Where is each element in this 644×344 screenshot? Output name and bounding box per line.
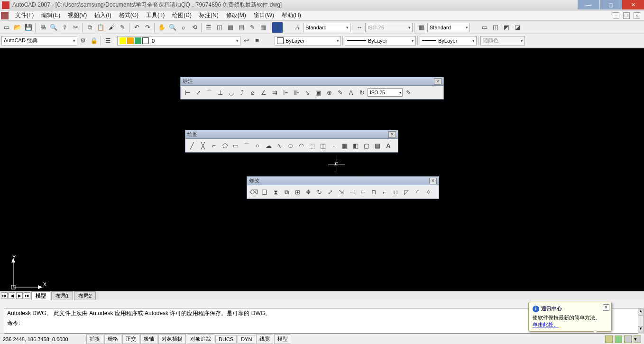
window-close-button[interactable]: ✕ [622,0,644,9]
workspace-combo[interactable]: AutoCAD 经典 [1,36,77,45]
dim-continue-button[interactable]: ⊪ [291,87,302,98]
dim-tolerance-button[interactable]: ▣ [313,87,323,98]
textstyle-icon[interactable]: A [292,22,303,33]
hatch-button[interactable]: ▦ [340,140,350,151]
draw-toolbar[interactable]: 绘图 × ╱ ╳ ⌐ ⬠ ▭ ⌒ ○ ☁ ∿ ⬭ ◠ ⬚ ◫ · ▦ ◧ ▢ ▤… [185,130,398,153]
workspace-settings-button[interactable]: ⚙ [78,36,88,46]
menu-modify[interactable]: 修改(M) [222,10,250,20]
viewport-single-button[interactable]: ▭ [479,22,490,33]
help-button[interactable]: ? [272,22,283,33]
circle-button[interactable]: ○ [252,140,263,151]
status-snap-toggle[interactable]: 捕捉 [86,334,103,344]
dim-edit-button[interactable]: ✎ [335,87,345,98]
menu-insert[interactable]: 插入(I) [91,10,115,20]
dim-update-button[interactable]: ↻ [357,87,367,98]
dim-angular-button[interactable]: ∠ [258,87,269,98]
balloon-link[interactable]: 单击此处。 [533,322,559,327]
rectangle-button[interactable]: ▭ [230,140,241,151]
explode-button[interactable]: ✧ [423,187,433,197]
linetype-combo[interactable]: ByLayer [345,36,416,45]
scroll-down-button[interactable]: ▼ [638,326,643,333]
tray-comm-icon[interactable] [605,335,613,343]
balloon-close-button[interactable]: × [603,304,609,311]
status-polar-toggle[interactable]: 极轴 [140,334,157,344]
layer-manager-button[interactable]: ☰ [103,36,113,46]
status-grid-toggle[interactable]: 栅格 [104,334,121,344]
polygon-button[interactable]: ⬠ [220,140,230,151]
block-editor-button[interactable]: ✎ [117,22,128,33]
offset-button[interactable]: ⧉ [281,187,292,197]
undo-button[interactable]: ↶ [131,22,142,33]
line-button[interactable]: ╱ [187,140,197,151]
dim-aligned-button[interactable]: ⤢ [193,87,203,98]
viewport-poly-button[interactable]: ◫ [490,22,501,33]
viewport-object-button[interactable]: ◩ [501,22,512,33]
viewport-clip-button[interactable]: ◪ [512,22,523,33]
status-lwt-toggle[interactable]: 线宽 [256,334,273,344]
spline-button[interactable]: ∿ [274,140,285,151]
table-button[interactable]: ▤ [372,140,383,151]
pan-button[interactable]: ✋ [156,22,167,33]
dimstyle-icon[interactable]: ↔ [354,22,365,33]
mtext-button[interactable]: A [383,140,394,151]
match-properties-button[interactable]: 🖌 [106,22,117,33]
dim-center-button[interactable]: ⊕ [324,87,334,98]
dim-diameter-button[interactable]: ⌀ [248,87,258,98]
properties-button[interactable]: ☰ [203,22,214,33]
plotstyle-combo[interactable]: 随颜色 [480,36,525,45]
plot-button[interactable]: 🖶 [37,22,48,33]
dim-radius-button[interactable]: ◡ [226,87,236,98]
color-combo[interactable]: ByLayer [275,36,341,45]
xline-button[interactable]: ╳ [198,140,208,151]
polyline-button[interactable]: ⌐ [209,140,219,151]
erase-button[interactable]: ⌫ [248,187,259,197]
mirror-button[interactable]: ⧗ [270,187,281,197]
cut-button[interactable]: ✂ [70,22,81,33]
table-style-combo[interactable]: Standard [427,23,470,32]
drawing-area[interactable]: 标注 × ⊢ ⤢ ⌒ ⊥ ◡ ⤴ ⌀ ∠ ⇉ ⊩ ⊪ ↘ ▣ ⊕ ✎ A ↻ I… [0,48,644,299]
command-scrollbar[interactable]: ▲ ▼ [638,308,644,333]
tab-layout1[interactable]: 布局1 [51,291,73,300]
tray-toggle-icon[interactable]: ▾ [634,335,641,343]
point-button[interactable]: · [329,140,339,151]
scroll-up-button[interactable]: ▲ [638,309,643,316]
ellipse-button[interactable]: ⬭ [285,140,295,151]
quickcalc-button[interactable]: ▦ [258,22,268,33]
dim-style-manager-button[interactable]: ✎ [403,87,414,98]
status-ortho-toggle[interactable]: 正交 [122,334,139,344]
status-model-toggle[interactable]: 模型 [274,334,291,344]
workspace-lock-button[interactable]: 🔒 [89,36,99,46]
join-button[interactable]: ⊔ [390,187,401,197]
doc-restore-button[interactable]: ❐ [623,12,630,19]
markup-button[interactable]: ✎ [247,22,258,33]
window-maximize-button[interactable]: ▢ [600,0,622,9]
chamfer-button[interactable]: ◸ [401,187,412,197]
extend-button[interactable]: ⊢ [358,187,368,197]
menu-format[interactable]: 格式(O) [115,10,142,20]
tab-next-button[interactable]: ▶ [16,292,23,299]
dimension-toolbar-titlebar[interactable]: 标注 × [181,77,443,86]
dim-quick-button[interactable]: ⇉ [269,87,280,98]
dimension-toolbar[interactable]: 标注 × ⊢ ⤢ ⌒ ⊥ ◡ ⤴ ⌀ ∠ ⇉ ⊩ ⊪ ↘ ▣ ⊕ ✎ A ↻ I… [180,77,444,100]
new-button[interactable]: ▭ [1,22,12,33]
modify-toolbar-close-button[interactable]: × [429,178,437,184]
dim-arc-button[interactable]: ⌒ [204,87,214,98]
stretch-button[interactable]: ⇲ [336,187,346,197]
array-button[interactable]: ⊞ [292,187,303,197]
draw-toolbar-titlebar[interactable]: 绘图 × [185,130,398,139]
modify-toolbar[interactable]: 修改 × ⌫ ❏ ⧗ ⧉ ⊞ ✥ ↻ ⤢ ⇲ ⊣ ⊢ ⊓ ⌐ ⊔ ◸ ◜ ✧ [247,176,439,199]
zoom-window-button[interactable]: ⌕ [178,22,189,33]
dim-linear-button[interactable]: ⊢ [182,87,193,98]
dim-ordinate-button[interactable]: ⊥ [215,87,225,98]
zoom-previous-button[interactable]: ⟲ [189,22,200,33]
tab-layout2[interactable]: 布局2 [74,291,96,300]
save-button[interactable]: 💾 [23,22,34,33]
menu-draw[interactable]: 绘图(D) [168,10,195,20]
menu-dimension[interactable]: 标注(N) [195,10,222,20]
move-button[interactable]: ✥ [303,187,313,197]
window-minimize-button[interactable]: — [578,0,599,9]
publish-button[interactable]: ⇪ [59,22,70,33]
copy-button[interactable]: ⧉ [84,22,95,33]
status-osnap-toggle[interactable]: 对象捕捉 [158,334,186,344]
dim-baseline-button[interactable]: ⊩ [280,87,291,98]
